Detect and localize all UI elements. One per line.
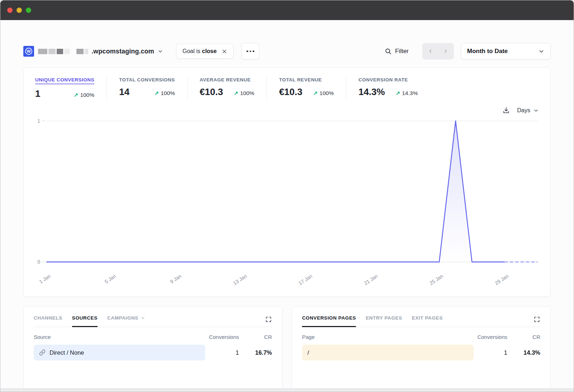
metric-value: €10.3 <box>200 86 223 98</box>
source-name: Direct / None <box>50 349 84 356</box>
metric-tab-conversion-rate[interactable]: CONVERSION RATE 14.3% ↗ 14.3% <box>346 76 430 101</box>
date-pager <box>422 43 454 60</box>
metric-change: ↗ 100% <box>313 90 334 96</box>
chevron-down-icon <box>538 48 545 55</box>
x-tick-label: 29 Jan <box>494 273 510 286</box>
trend-up-icon: ↗ <box>154 90 159 96</box>
x-tick-label: 1 Jan <box>38 273 51 284</box>
tab-channels[interactable]: CHANNELS <box>34 315 62 327</box>
chevron-right-icon <box>443 48 448 54</box>
more-options-button[interactable] <box>241 43 259 60</box>
tab-campaigns[interactable]: CAMPAIGNS <box>107 315 145 327</box>
metric-label: AVERAGE REVENUE <box>200 77 251 82</box>
trend-up-icon: ↗ <box>234 90 239 96</box>
cr-value: 14.3% <box>507 349 540 356</box>
metric-value: 1 <box>35 88 40 99</box>
next-period-button[interactable] <box>438 44 453 59</box>
chevron-down-icon <box>157 48 163 54</box>
metric-label: UNIQUE CONVERSIONS <box>35 77 94 84</box>
goal-filter-chip[interactable]: Goal is close <box>176 44 234 59</box>
column-conversions: Conversions <box>461 334 507 340</box>
chart-svg: 011 Jan5 Jan9 Jan13 Jan17 Jan21 Jan25 Ja… <box>34 115 540 286</box>
previous-period-button[interactable] <box>423 44 438 59</box>
conversions-line-chart: 011 Jan5 Jan9 Jan13 Jan17 Jan21 Jan25 Ja… <box>34 115 540 286</box>
maximize-window-button[interactable] <box>26 8 31 13</box>
wordpress-logo-icon: W <box>23 46 34 57</box>
svg-text:W: W <box>27 49 31 53</box>
metric-tab-average-revenue[interactable]: AVERAGE REVENUE €10.3 ↗ 100% <box>188 76 267 101</box>
column-cr: CR <box>507 334 540 340</box>
x-tick-label: 21 Jan <box>363 273 379 286</box>
chevron-left-icon <box>428 48 433 54</box>
trend-up-icon: ↗ <box>396 90 400 96</box>
metric-value: 14 <box>119 86 130 98</box>
x-tick-label: 13 Jan <box>232 273 248 286</box>
main-content: W .wpcomstaging.com Goal is close <box>0 20 574 388</box>
metric-value: 14.3% <box>358 86 385 98</box>
bottom-panels: CHANNELS SOURCES CAMPAIGNS <box>23 306 551 388</box>
pages-card: CONVERSION PAGES ENTRY PAGES EXIT PAGES … <box>292 306 551 388</box>
filter-label: Filter <box>395 48 409 55</box>
header-right-controls: Filter Month to Date <box>385 43 551 60</box>
metric-tab-total-revenue[interactable]: TOTAL REVENUE €10.3 ↗ 100% <box>267 76 346 101</box>
tab-conversion-pages[interactable]: CONVERSION PAGES <box>302 315 356 327</box>
metric-value: €10.3 <box>279 86 302 98</box>
interval-select[interactable]: Days <box>517 107 539 114</box>
metric-tab-total-conversions[interactable]: TOTAL CONVERSIONS 14 ↗ 100% <box>107 76 188 101</box>
expand-pages-button[interactable] <box>533 316 540 323</box>
window-bottom-edge <box>0 388 574 392</box>
metric-tab-unique-conversions[interactable]: UNIQUE CONVERSIONS 1 ↗ 100% <box>34 76 107 101</box>
tab-exit-pages[interactable]: EXIT PAGES <box>412 315 443 327</box>
link-icon <box>39 349 46 356</box>
expand-icon <box>265 316 272 323</box>
site-selector[interactable]: W .wpcomstaging.com <box>23 46 163 57</box>
metric-change: ↗ 100% <box>74 92 94 98</box>
pages-table-header: Page Conversions CR <box>302 334 540 340</box>
x-tick-label: 25 Jan <box>428 273 444 286</box>
header-toolbar: W .wpcomstaging.com Goal is close <box>23 43 551 60</box>
chevron-down-icon <box>533 108 539 113</box>
trend-up-icon: ↗ <box>313 90 318 96</box>
chart-line-solid <box>47 121 505 262</box>
sources-card: CHANNELS SOURCES CAMPAIGNS <box>23 306 282 388</box>
y-tick-label: 1 <box>37 118 40 124</box>
tab-entry-pages[interactable]: ENTRY PAGES <box>366 315 402 327</box>
metric-change: ↗ 100% <box>234 90 254 96</box>
sources-table-header: Source Conversions CR <box>34 334 272 340</box>
minimize-window-button[interactable] <box>17 8 22 13</box>
column-conversions: Conversions <box>192 334 239 340</box>
close-icon[interactable] <box>222 49 227 54</box>
cr-value: 16.7% <box>239 349 272 356</box>
expand-sources-button[interactable] <box>265 316 272 323</box>
column-page: Page <box>302 334 461 340</box>
date-range-select[interactable]: Month to Date <box>461 43 551 60</box>
metrics-row: UNIQUE CONVERSIONS 1 ↗ 100% TOTAL CONVER… <box>34 76 540 101</box>
x-tick-label: 5 Jan <box>104 273 117 284</box>
column-source: Source <box>34 334 192 340</box>
window-titlebar <box>0 0 574 20</box>
trend-up-icon: ↗ <box>74 92 79 98</box>
close-window-button[interactable] <box>7 8 13 13</box>
sources-card-tabs: CHANNELS SOURCES CAMPAIGNS <box>34 315 272 327</box>
site-domain-label: .wpcomstaging.com <box>91 48 154 55</box>
chart-toolbar: Days <box>34 107 540 114</box>
download-icon[interactable] <box>502 107 510 114</box>
expand-icon <box>533 316 540 323</box>
source-row-direct-none[interactable]: Direct / None 1 16.7% <box>34 345 272 360</box>
search-icon <box>385 48 392 55</box>
pages-card-tabs: CONVERSION PAGES ENTRY PAGES EXIT PAGES <box>302 315 540 327</box>
redacted-site-name <box>38 49 88 54</box>
metric-label: TOTAL REVENUE <box>279 77 322 82</box>
y-tick-label: 0 <box>37 259 40 265</box>
metric-change: ↗ 100% <box>154 90 175 96</box>
page-row-root[interactable]: / 1 14.3% <box>302 345 540 360</box>
goal-filter-label: Goal is close <box>183 48 217 55</box>
filter-button[interactable]: Filter <box>385 48 409 55</box>
metric-label: TOTAL CONVERSIONS <box>119 77 175 82</box>
chevron-down-icon <box>141 316 145 320</box>
metric-change: ↗ 14.3% <box>396 90 418 96</box>
conversions-value: 1 <box>461 349 507 356</box>
x-tick-label: 17 Jan <box>297 273 313 286</box>
tab-sources[interactable]: SOURCES <box>72 315 98 327</box>
x-tick-label: 9 Jan <box>169 273 182 284</box>
